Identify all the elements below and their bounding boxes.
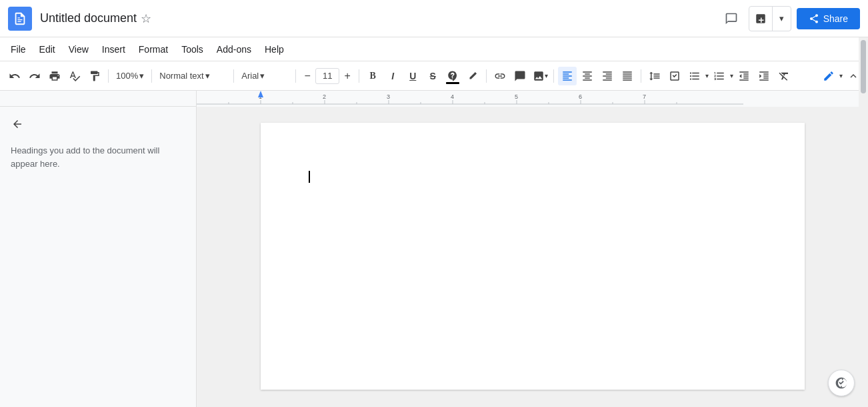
menu-view[interactable]: View (62, 41, 95, 57)
doc-title[interactable]: Untitled document (40, 11, 137, 25)
text-color-button[interactable] (443, 67, 462, 85)
link-button[interactable] (491, 67, 509, 85)
menu-file[interactable]: File (4, 41, 33, 57)
divider-4 (295, 69, 296, 83)
clear-formatting-button[interactable] (775, 67, 793, 85)
scrollbar[interactable] (859, 37, 868, 338)
spellcheck-button[interactable] (65, 67, 84, 85)
checklist-button[interactable] (665, 67, 684, 85)
chevron-down-icon: ▾ (779, 13, 784, 23)
chevron-down-icon: ▾ (139, 71, 144, 81)
zoom-select[interactable]: 100% ▾ (113, 67, 147, 85)
document-page[interactable] (261, 123, 805, 390)
comment-button[interactable] (511, 67, 529, 85)
ruler: 1 2 3 4 5 6 7 (197, 91, 868, 107)
doc-area[interactable] (197, 107, 868, 407)
align-center-button[interactable] (578, 67, 597, 85)
menu-bar: File Edit View Insert Format Tools Add-o… (0, 37, 868, 61)
image-button[interactable]: ▾ (531, 67, 549, 85)
svg-text:3: 3 (387, 93, 390, 100)
font-family-select[interactable]: Arial ▾ (238, 67, 291, 85)
chevron-down-icon: ▾ (260, 71, 265, 81)
svg-rect-0 (17, 19, 22, 19)
main-area: Headings you add to the document will ap… (0, 107, 868, 407)
menu-edit[interactable]: Edit (33, 41, 62, 57)
scroll-thumb[interactable] (861, 40, 866, 93)
redo-button[interactable] (25, 67, 44, 85)
ruler-wrapper: 1 2 3 4 5 6 7 (0, 91, 868, 107)
svg-text:6: 6 (579, 93, 582, 100)
chevron-down-icon-numbered: ▾ (730, 72, 733, 79)
add-main-button[interactable] (749, 7, 772, 31)
strikethrough-button[interactable]: S (423, 67, 442, 85)
divider-5 (359, 69, 359, 83)
align-left-button[interactable] (558, 67, 577, 85)
chevron-down-icon: ▾ (545, 72, 548, 79)
justify-button[interactable] (618, 67, 637, 85)
ruler-sidebar-space (0, 91, 197, 106)
menu-addons[interactable]: Add-ons (210, 41, 258, 57)
sidebar-hint: Headings you add to the document will ap… (8, 139, 188, 175)
increase-indent-button[interactable] (755, 67, 773, 85)
doc-title-area: Untitled document ☆ (40, 11, 719, 26)
paint-format-button[interactable] (85, 67, 104, 85)
svg-rect-2 (17, 17, 20, 18)
app-icon (8, 7, 32, 31)
divider-6 (486, 69, 487, 83)
share-label: Share (823, 13, 848, 24)
divider-1 (108, 69, 109, 83)
title-bar-right: ▾ Share (719, 6, 860, 31)
title-bar: Untitled document ☆ ▾ Share (0, 0, 868, 37)
decrease-indent-button[interactable] (735, 67, 753, 85)
menu-tools[interactable]: Tools (175, 41, 210, 57)
align-right-button[interactable] (598, 67, 617, 85)
divider-3 (233, 69, 234, 83)
svg-rect-1 (17, 21, 21, 21)
star-icon[interactable]: ☆ (141, 11, 151, 26)
decrease-font-button[interactable]: − (300, 69, 315, 83)
toolbar: 100% ▾ Normal text ▾ Arial ▾ − + B I U S (0, 61, 868, 91)
font-size-area: − + (300, 68, 355, 84)
divider-7 (553, 69, 554, 83)
doc-title-row: Untitled document ☆ (40, 11, 719, 26)
add-button-wrapper: ▾ (749, 6, 791, 31)
add-chevron-button[interactable]: ▾ (772, 7, 791, 31)
svg-text:5: 5 (515, 93, 518, 100)
chevron-down-icon: ▾ (205, 71, 210, 81)
undo-button[interactable] (5, 67, 24, 85)
comments-button[interactable] (719, 7, 743, 31)
divider-8 (641, 69, 641, 83)
divider-2 (151, 69, 152, 83)
font-size-input[interactable] (315, 68, 339, 84)
svg-text:7: 7 (643, 93, 646, 100)
italic-button[interactable]: I (383, 67, 402, 85)
chevron-down-icon: ▾ (705, 72, 709, 79)
print-button[interactable] (45, 67, 64, 85)
increase-font-button[interactable]: + (340, 69, 355, 83)
underline-button[interactable]: U (403, 67, 422, 85)
menu-format[interactable]: Format (132, 41, 175, 57)
numbered-list-button[interactable] (710, 67, 729, 85)
highlight-button[interactable] (463, 67, 482, 85)
svg-text:4: 4 (451, 93, 454, 100)
text-cursor (309, 171, 310, 183)
ai-assist-button[interactable] (828, 370, 855, 396)
paragraph-style-select[interactable]: Normal text ▾ (156, 67, 229, 85)
bullet-list-button[interactable] (685, 67, 704, 85)
svg-text:2: 2 (323, 93, 326, 100)
line-spacing-button[interactable] (645, 67, 664, 85)
edit-ai-button[interactable] (819, 67, 838, 85)
chevron-down-icon-ai: ▾ (839, 72, 843, 79)
menu-help[interactable]: Help (258, 41, 291, 57)
menu-insert[interactable]: Insert (95, 41, 132, 57)
bold-button[interactable]: B (363, 67, 382, 85)
sidebar-back-button[interactable] (8, 115, 27, 133)
share-button[interactable]: Share (797, 8, 860, 29)
sidebar: Headings you add to the document will ap… (0, 107, 197, 407)
